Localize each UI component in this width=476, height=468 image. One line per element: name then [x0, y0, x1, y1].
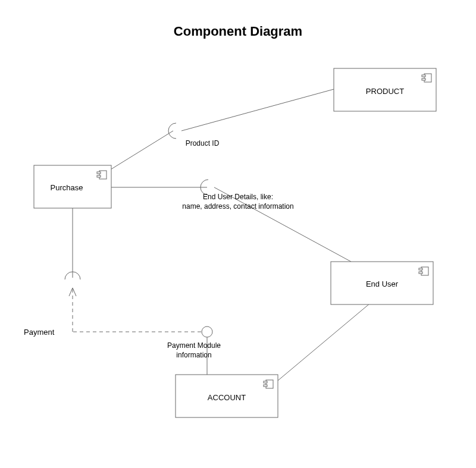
svg-rect-2: [422, 75, 425, 77]
component-product: PRODUCT: [334, 68, 436, 111]
component-diagram-canvas: Component Diagram Product ID PRODUCT End…: [0, 0, 476, 468]
component-purchase-label: Purchase: [51, 183, 83, 192]
component-end-user: End User: [331, 262, 433, 304]
svg-rect-3: [422, 78, 425, 80]
label-end-user-details-1: End User Details, like:: [203, 193, 273, 201]
socket-product-id: [168, 123, 176, 139]
component-purchase: Purchase: [34, 165, 111, 208]
line-enduser-to-account: [278, 303, 370, 381]
component-account-label: ACCOUNT: [208, 393, 246, 402]
line-purchase-to-productid-socket: [111, 131, 173, 169]
label-payment: Payment: [24, 328, 55, 337]
svg-rect-6: [97, 172, 101, 174]
label-payment-module-2: information: [176, 351, 211, 359]
component-end-user-label: End User: [366, 279, 399, 288]
diagram-title: Component Diagram: [174, 24, 302, 39]
svg-rect-7: [97, 175, 101, 177]
svg-rect-15: [264, 385, 267, 387]
svg-rect-10: [419, 268, 422, 270]
component-account: ACCOUNT: [176, 375, 278, 417]
line-product-to-socket: [181, 89, 334, 131]
ball-payment-module: [202, 326, 212, 337]
svg-rect-14: [264, 381, 267, 383]
label-payment-module-1: Payment Module: [167, 341, 221, 350]
component-product-label: PRODUCT: [366, 87, 404, 96]
svg-rect-11: [419, 272, 422, 274]
label-product-id: Product ID: [186, 139, 220, 147]
label-end-user-details-2: name, address, contact information: [182, 202, 293, 211]
